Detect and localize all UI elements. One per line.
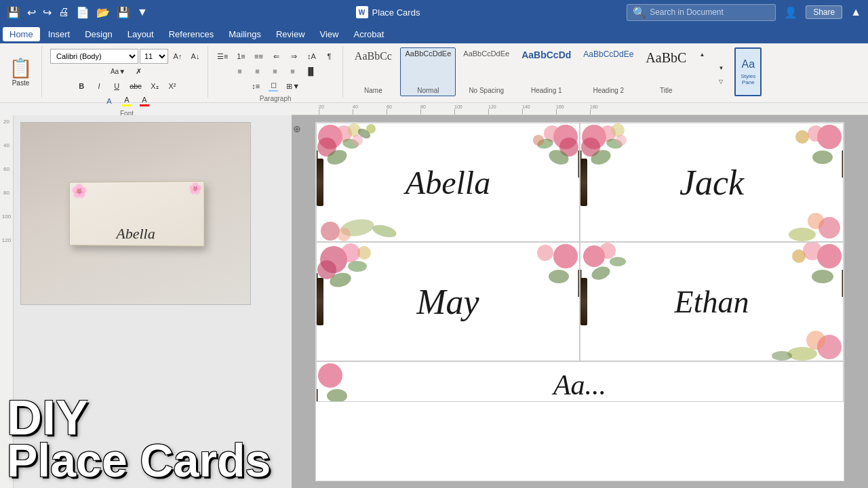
save2-icon[interactable]: 💾 [115,5,132,20]
save-icon[interactable]: 💾 [5,5,22,20]
font-shrink-button[interactable]: A↓ [187,49,203,64]
highlight-button[interactable]: A [119,94,135,108]
styles-scroll-down[interactable]: ▼ [713,61,729,75]
borders-button[interactable]: ⊞▼ [283,79,303,94]
menu-layout[interactable]: Layout [121,27,161,41]
shading-button[interactable]: ◻ [265,79,281,94]
thumbnail-image: 🌸 🌸 Abella [21,123,250,304]
paste-icon: 📋 [9,57,33,79]
line-spacing-button[interactable]: ↕≡ [248,79,264,94]
ruler-140: 140 [522,104,536,115]
paragraph-group-label: Paragraph [260,95,292,102]
font-family-select[interactable]: Calibri (Body) [50,49,138,64]
undo-icon[interactable]: ↩ [26,5,37,20]
align-right-button[interactable]: ≡ [267,64,283,79]
share-button[interactable]: Share [806,5,842,19]
style-name[interactable]: AaBbCc Name [349,47,397,96]
svg-point-36 [808,213,824,229]
search-box[interactable]: 🔍 [627,4,776,21]
style-title[interactable]: AaBbC Title [641,47,691,96]
svg-point-8 [366,124,376,134]
menu-home[interactable]: Home [3,27,40,41]
justify-button[interactable]: ≡ [284,64,300,79]
ruler-20: 20 [319,104,332,115]
card-name-may[interactable]: May [416,282,479,322]
font-size-select[interactable]: 11 [140,49,168,64]
multilevel-button[interactable]: ≡≡ [250,49,267,64]
styles-scroll-up[interactable]: ▲ [694,47,710,61]
numbering-button[interactable]: 1≡ [233,49,249,64]
align-center-button[interactable]: ≡ [249,64,265,79]
increase-indent-button[interactable]: ⇒ [285,49,302,64]
menu-mailings[interactable]: Mailings [222,27,268,41]
document-area[interactable]: ⊕ [292,115,868,488]
menu-design[interactable]: Design [78,27,119,41]
menu-acrobat[interactable]: Acrobat [347,27,391,41]
style-heading1[interactable]: AaBbCcDd Heading 1 [517,47,576,96]
svg-point-31 [812,150,833,164]
menu-references[interactable]: References [162,27,220,41]
underline-button[interactable]: U [108,79,125,94]
style-heading2[interactable]: AaBbCcDdEe Heading 2 [578,47,638,96]
subscript-button[interactable]: X₂ [146,79,163,94]
chevron-icon[interactable]: ▲ [849,5,863,20]
svg-point-30 [808,125,824,142]
superscript-button[interactable]: X² [164,79,180,94]
ruler-80: 80 [420,104,434,115]
sort-button[interactable]: ↕A [303,49,319,64]
clear-format-button[interactable]: ✗ [130,64,146,79]
bullets-button[interactable]: ☰≡ [214,49,231,64]
font-group: Calibri (Body) 11 A↑ A↓ Aa▼ ✗ B I U abc … [50,46,208,98]
show-marks-button[interactable]: ¶ [321,49,337,64]
styles-pane-button[interactable]: Aa Styles Pane [734,47,762,96]
card-name-jack[interactable]: Jack [679,163,744,203]
search-input[interactable] [650,7,770,17]
style-no-spacing[interactable]: AaBbCcDdEe No Spacing [458,47,514,96]
menu-review[interactable]: Review [269,27,312,41]
font-grow-button[interactable]: A↑ [170,49,186,64]
styles-more[interactable]: ▽ [713,75,729,88]
menu-insert[interactable]: Insert [41,27,77,41]
place-card-ethan[interactable]: Ethan [580,242,844,361]
print-icon[interactable]: 🖨 [57,5,71,20]
card-name-abella[interactable]: Abella [406,164,490,201]
italic-button[interactable]: I [91,79,107,94]
redo-icon[interactable]: ↪ [41,5,53,20]
place-card-thumbnail: 🌸 🌸 Abella [69,181,205,247]
bold-button[interactable]: B [73,79,90,94]
card-name-ethan[interactable]: Ethan [675,284,749,320]
styles-pane-icon: Aa [742,58,755,70]
columns-button[interactable]: ▐▌ [302,64,319,79]
expand-icon[interactable]: ⊕ [293,123,301,134]
new-icon[interactable]: 📄 [75,5,91,20]
ruler-marks: 20 40 60 80 100 120 140 160 180 [292,103,868,115]
font-row1: Calibri (Body) 11 A↑ A↓ [50,49,203,64]
decrease-indent-button[interactable]: ⇐ [268,49,284,64]
customize-icon[interactable]: ▼ [136,5,149,20]
style-no-spacing-label: No Spacing [469,87,504,94]
place-card-partial: Aa... [316,361,844,402]
font-color-button[interactable]: A [136,94,153,108]
horizontal-ruler: 20 40 60 80 100 120 140 160 180 [292,103,868,115]
ruler-60: 60 [387,104,400,115]
change-case-button[interactable]: Aa▼ [107,64,129,79]
styles-pane-label: Styles Pane [737,73,759,85]
place-card-jack[interactable]: Jack [580,123,844,242]
align-left-button[interactable]: ≡ [231,64,248,79]
style-normal[interactable]: AaBbCcDdEe Normal [400,47,456,96]
menu-view[interactable]: View [313,27,346,41]
account-icon[interactable]: 👤 [783,5,799,20]
svg-point-15 [533,135,544,146]
svg-point-19 [372,223,398,240]
style-name-preview: AaBbCc [355,49,392,62]
place-card-abella[interactable]: Abella [316,123,580,242]
paste-button[interactable]: 📋 Paste [5,55,36,89]
menu-bar: Home Insert Design Layout References Mai… [0,24,868,43]
text-effects-button[interactable]: A [101,94,117,108]
floral-tl-thumb: 🌸 [71,184,87,197]
strikethrough-button[interactable]: abc [126,79,145,94]
open-icon[interactable]: 📂 [95,5,111,20]
floral-tl-4 [580,243,662,304]
place-card-may[interactable]: May [316,242,580,361]
document-page: Abella [315,122,844,481]
